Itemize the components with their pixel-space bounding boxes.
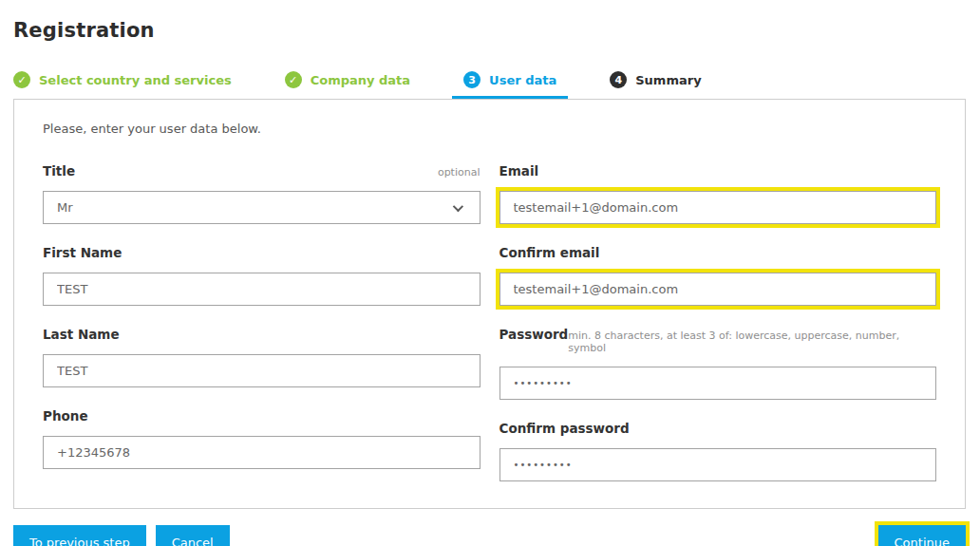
check-icon: ✓ [285, 71, 302, 88]
continue-button[interactable]: Continue [878, 525, 966, 546]
wizard-steps: ✓ Select country and services ✓ Company … [13, 71, 966, 99]
step-number-icon: 4 [610, 71, 627, 88]
email-field: Email [499, 163, 937, 224]
confirm-email-input[interactable] [499, 273, 937, 306]
form-left-column: Title optional Mr First Name [43, 163, 481, 481]
password-input[interactable] [499, 367, 937, 400]
form-grid: Title optional Mr First Name [43, 163, 936, 481]
title-field: Title optional Mr [43, 163, 481, 224]
phone-input[interactable] [43, 436, 481, 469]
confirm-email-field: Confirm email [499, 245, 937, 306]
last-name-input[interactable] [43, 354, 481, 387]
password-hint: min. 8 characters, at least 3 of: lowerc… [568, 329, 936, 354]
password-field: Password min. 8 characters, at least 3 o… [499, 327, 937, 400]
step-label: Select country and services [39, 73, 232, 87]
title-label: Title [43, 163, 75, 179]
step-label: Company data [311, 73, 410, 87]
step-summary[interactable]: 4 Summary [598, 71, 712, 99]
last-name-label: Last Name [43, 327, 120, 342]
step-label: User data [489, 73, 556, 87]
registration-page: Registration ✓ Select country and servic… [0, 0, 980, 546]
optional-note: optional [438, 166, 481, 179]
phone-label: Phone [43, 408, 88, 424]
cancel-button[interactable]: Cancel [156, 525, 230, 546]
phone-field: Phone [43, 408, 481, 469]
first-name-label: First Name [43, 245, 122, 260]
title-select[interactable]: Mr [43, 191, 481, 224]
title-select-value: Mr [57, 200, 73, 215]
email-input[interactable] [499, 191, 937, 224]
confirm-password-field: Confirm password [499, 421, 937, 481]
user-data-form-panel: Please, enter your user data below. Titl… [13, 99, 966, 509]
confirm-email-label: Confirm email [499, 245, 600, 260]
confirm-password-label: Confirm password [499, 421, 630, 436]
form-right-column: Email Confirm email Password min. 8 char… [499, 163, 937, 481]
check-icon: ✓ [13, 71, 30, 88]
page-title: Registration [13, 19, 966, 42]
first-name-input[interactable] [43, 273, 481, 306]
last-name-field: Last Name [43, 327, 481, 387]
step-select-country-and-services[interactable]: ✓ Select country and services [2, 71, 243, 99]
form-footer: To previous step Cancel Continue [13, 525, 966, 546]
first-name-field: First Name [43, 245, 481, 306]
confirm-password-input[interactable] [499, 448, 937, 481]
form-intro-text: Please, enter your user data below. [43, 122, 936, 136]
previous-step-button[interactable]: To previous step [13, 525, 146, 546]
password-label: Password [499, 327, 569, 342]
step-number-icon: 3 [463, 71, 481, 88]
step-company-data[interactable]: ✓ Company data [273, 71, 422, 99]
step-label: Summary [635, 73, 701, 87]
step-user-data[interactable]: 3 User data [452, 71, 568, 99]
chevron-down-icon [452, 200, 462, 211]
email-label: Email [499, 163, 539, 179]
